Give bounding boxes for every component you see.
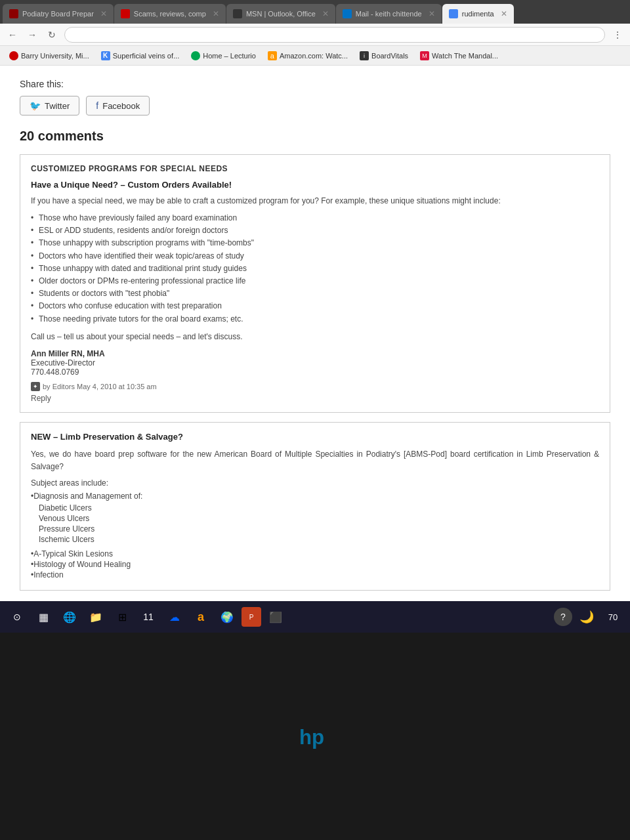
comment-1-author: Ann Miller RN, MHA Executive-Director 77… bbox=[31, 349, 599, 377]
ulcer-item: Diabetic Ulcers bbox=[39, 503, 599, 513]
bookmark-label-lecturio: Home – Lecturio bbox=[203, 52, 256, 60]
taskbar-store[interactable]: ⊞ bbox=[110, 605, 134, 629]
taskbar-dropbox[interactable]: ☁ bbox=[163, 605, 186, 629]
ulcer-item: Pressure Ulcers bbox=[39, 524, 599, 534]
comment-1-meta-text: by Editors May 4, 2010 at 10:35 am bbox=[43, 383, 157, 390]
facebook-btn-label: Facebook bbox=[102, 101, 140, 111]
bookmark-label-boardvitals: BoardVitals bbox=[371, 52, 408, 60]
bookmark-amazon[interactable]: a Amazon.com: Watc... bbox=[264, 50, 352, 62]
bullet-item: Students or doctors with "test phobia" bbox=[31, 287, 599, 300]
bookmark-favicon-lecturio bbox=[191, 51, 200, 60]
comment-2-title: NEW – Limb Preservation & Salvage? bbox=[31, 432, 599, 442]
refresh-button[interactable]: ↻ bbox=[45, 28, 59, 42]
tab-favicon-rudimenta bbox=[449, 9, 458, 18]
bookmark-boardvitals[interactable]: i BoardVitals bbox=[356, 50, 412, 62]
taskbar-amazon[interactable]: a bbox=[189, 605, 213, 629]
tab-label-mail: Mail - keith chittende bbox=[356, 10, 422, 18]
taskbar-powerpoint[interactable]: P bbox=[242, 607, 261, 627]
bullet-item: Those needing private tutors for the ora… bbox=[31, 313, 599, 326]
browser-window: Podiatry Board Prepar ✕ Scams, reviews, … bbox=[0, 0, 630, 630]
tab-label-rudimenta: rudimenta bbox=[462, 10, 494, 18]
tab-favicon-scams bbox=[121, 9, 130, 18]
bookmark-favicon-k: K bbox=[101, 51, 110, 60]
comment-1-meta: ✦ by Editors May 4, 2010 at 10:35 am bbox=[31, 382, 599, 391]
facebook-icon: f bbox=[96, 100, 98, 111]
taskbar-chrome[interactable]: 🌍 bbox=[215, 605, 239, 629]
ulcer-item: Ischemic Ulcers bbox=[39, 535, 599, 544]
taskbar-search[interactable]: ⊙ bbox=[5, 605, 29, 629]
comment-1-cta: Call us – tell us about your special nee… bbox=[31, 331, 599, 343]
facebook-share-button[interactable]: f Facebook bbox=[86, 96, 150, 116]
comment-1-author-name: Ann Miller RN, MHA bbox=[31, 349, 599, 358]
tab-close-msn[interactable]: ✕ bbox=[322, 9, 329, 18]
bookmark-favicon-barry bbox=[9, 51, 18, 60]
bullet-item: Doctors who have identified their weak t… bbox=[31, 250, 599, 262]
skin-bullet: •Histology of Wound Healing bbox=[31, 560, 599, 569]
share-buttons: 🐦 Twitter f Facebook bbox=[20, 96, 610, 116]
comment-1-author-phone: 770.448.0769 bbox=[31, 368, 599, 377]
taskbar-acrobat[interactable]: ⬛ bbox=[264, 605, 287, 629]
tab-podiatry[interactable]: Podiatry Board Prepar ✕ bbox=[3, 4, 114, 24]
bookmark-lecturio[interactable]: Home – Lecturio bbox=[187, 50, 260, 62]
address-bar-row: ← → ↻ ⋮ bbox=[0, 24, 630, 46]
tab-label-scams: Scams, reviews, comp bbox=[134, 10, 206, 18]
back-button[interactable]: ← bbox=[5, 28, 20, 42]
laptop-bottom: hp bbox=[0, 633, 630, 840]
twitter-share-button[interactable]: 🐦 Twitter bbox=[20, 96, 79, 116]
twitter-btn-label: Twitter bbox=[45, 101, 70, 111]
bullet-item: Those unhappy with subscription programs… bbox=[31, 237, 599, 249]
comment-2-ulcers: Diabetic Ulcers Venous Ulcers Pressure U… bbox=[31, 503, 599, 544]
taskbar-help[interactable]: ? bbox=[554, 608, 572, 626]
forward-button[interactable]: → bbox=[25, 28, 39, 42]
taskbar-tasks[interactable]: 11 bbox=[136, 605, 160, 629]
bookmark-favicon-boardvitals: i bbox=[360, 51, 369, 60]
taskbar-edge[interactable]: 🌐 bbox=[58, 605, 81, 629]
comment-1-reply[interactable]: Reply bbox=[31, 394, 599, 403]
tab-favicon-podiatry bbox=[9, 9, 18, 18]
address-input[interactable] bbox=[64, 27, 605, 43]
tab-msn[interactable]: MSN | Outlook, Office ✕ bbox=[226, 4, 335, 24]
bullet-item: Older doctors or DPMs re-entering profes… bbox=[31, 275, 599, 287]
taskbar-files[interactable]: 📁 bbox=[84, 605, 108, 629]
extensions-button[interactable]: ⋮ bbox=[610, 28, 625, 42]
tab-mail[interactable]: Mail - keith chittende ✕ bbox=[336, 4, 442, 24]
ulcer-item: Venous Ulcers bbox=[39, 514, 599, 523]
comment-1-subtitle: Have a Unique Need? – Custom Orders Avai… bbox=[31, 180, 599, 190]
comment-1-author-title: Executive-Director bbox=[31, 358, 599, 368]
comment-1-title: CUSTOMIZED PROGRAMS FOR SPECIAL NEEDS bbox=[31, 164, 599, 173]
hp-logo-icon: hp bbox=[295, 717, 335, 756]
bookmark-label-k: Superficial veins of... bbox=[113, 52, 180, 60]
bookmarks-bar: Barry University, Mi... K Superficial ve… bbox=[0, 46, 630, 66]
meta-icon: ✦ bbox=[31, 382, 40, 391]
tab-rudimenta[interactable]: rudimenta ✕ bbox=[442, 4, 514, 24]
taskbar-time: 70 bbox=[601, 605, 625, 629]
bookmark-barry[interactable]: Barry University, Mi... bbox=[5, 50, 93, 62]
comments-header: 20 comments bbox=[20, 129, 610, 144]
comment-2-skin-section: •A-Typical Skin Lesions •Histology of Wo… bbox=[31, 549, 599, 579]
bookmark-label-barry: Barry University, Mi... bbox=[21, 52, 89, 60]
bookmark-mandal[interactable]: M Watch The Mandal... bbox=[416, 50, 502, 62]
comment-2-intro: Yes, we do have board prep software for … bbox=[31, 448, 599, 473]
page-content: Share this: 🐦 Twitter f Facebook 20 comm… bbox=[0, 66, 630, 652]
taskbar-start[interactable]: ▦ bbox=[32, 605, 55, 629]
bookmark-favicon-mandal: M bbox=[420, 51, 429, 60]
svg-text:hp: hp bbox=[299, 726, 324, 749]
tab-close-rudimenta[interactable]: ✕ bbox=[501, 9, 507, 18]
comment-1-intro: If you have a special need, we may be ab… bbox=[31, 195, 599, 207]
bookmark-k[interactable]: K Superficial veins of... bbox=[97, 50, 184, 62]
taskbar-battery: 🌙 bbox=[575, 605, 598, 629]
bookmark-favicon-amazon: a bbox=[268, 51, 277, 60]
tab-label-msn: MSN | Outlook, Office bbox=[246, 10, 316, 18]
taskbar: ⊙ ▦ 🌐 📁 ⊞ 11 ☁ a 🌍 P ⬛ ? 🌙 70 bbox=[0, 601, 630, 633]
tab-favicon-msn bbox=[233, 9, 242, 18]
share-label: Share this: bbox=[20, 79, 610, 89]
tab-scams[interactable]: Scams, reviews, comp ✕ bbox=[114, 4, 226, 24]
bullet-item: Doctors who confuse education with test … bbox=[31, 300, 599, 312]
tab-close-podiatry[interactable]: ✕ bbox=[100, 9, 107, 18]
tab-close-scams[interactable]: ✕ bbox=[213, 9, 219, 18]
tab-favicon-mail bbox=[343, 9, 352, 18]
tab-close-mail[interactable]: ✕ bbox=[429, 9, 435, 18]
bookmark-label-mandal: Watch The Mandal... bbox=[432, 52, 498, 60]
comment-2-diagnosis: •Diagnosis and Management of: bbox=[31, 492, 599, 501]
tab-label-podiatry: Podiatry Board Prepar bbox=[22, 10, 94, 18]
